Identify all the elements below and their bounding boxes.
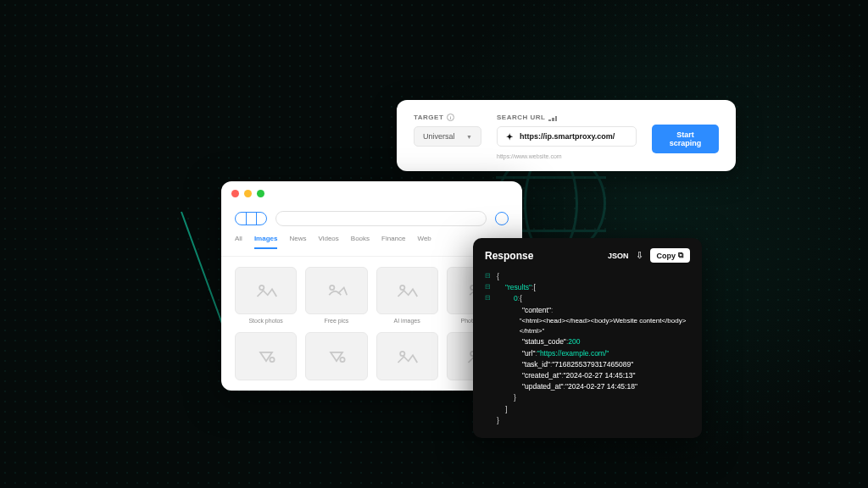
target-icon <box>506 132 515 141</box>
image-placeholder-icon <box>235 332 297 380</box>
search-engine-logo <box>235 212 267 225</box>
response-panel: Response JSON ⇩ Copy⧉ ⊟{ ⊟"results" : [ … <box>473 238 702 438</box>
tab-videos[interactable]: Videos <box>318 235 338 249</box>
tab-web[interactable]: Web <box>418 235 431 249</box>
card-label: Free pics <box>324 318 348 324</box>
svg-point-0 <box>259 286 264 290</box>
svg-point-2 <box>400 286 404 290</box>
image-placeholder-icon <box>376 267 438 314</box>
result-card[interactable]: Free pics <box>305 267 367 324</box>
copy-button[interactable]: Copy⧉ <box>650 248 691 263</box>
target-label: TARGET i <box>414 114 481 121</box>
tab-finance[interactable]: Finance <box>381 235 405 249</box>
svg-point-6 <box>400 351 404 355</box>
result-card[interactable]: AI images <box>376 267 438 324</box>
copy-icon: ⧉ <box>678 251 683 260</box>
image-placeholder-icon <box>305 267 367 314</box>
result-card[interactable]: Stock photos <box>235 267 297 324</box>
info-icon[interactable]: i <box>447 114 454 121</box>
scraper-config-panel: TARGET i Universal ▼ SEARCH URL https://… <box>397 100 736 171</box>
response-code: ⊟{ ⊟"results" : [ ⊟0 : { "content" : "<h… <box>485 271 690 426</box>
url-helper-text: https://www.website.com <box>497 153 637 159</box>
svg-point-1 <box>330 286 334 290</box>
tab-books[interactable]: Books <box>351 235 370 249</box>
url-input[interactable]: https://ip.smartproxy.com/ <box>497 126 637 147</box>
card-label: AI images <box>394 318 420 324</box>
result-card[interactable] <box>305 332 367 380</box>
search-button[interactable] <box>495 212 509 225</box>
card-label: Stock photos <box>248 318 282 324</box>
close-icon[interactable] <box>231 190 239 197</box>
response-title: Response <box>485 250 533 262</box>
start-scraping-button[interactable]: Start scraping <box>652 125 719 153</box>
format-label: JSON <box>608 252 629 260</box>
search-input[interactable] <box>275 211 487 226</box>
maximize-icon[interactable] <box>257 190 264 197</box>
minimize-icon[interactable] <box>244 190 252 197</box>
image-placeholder-icon <box>305 332 367 380</box>
url-label: SEARCH URL <box>497 114 637 121</box>
svg-point-4 <box>270 357 274 361</box>
result-card[interactable] <box>376 332 438 380</box>
image-placeholder-icon <box>235 267 297 314</box>
download-icon[interactable]: ⇩ <box>636 250 643 261</box>
tab-news[interactable]: News <box>289 235 306 249</box>
stats-icon <box>548 114 557 121</box>
target-select[interactable]: Universal ▼ <box>414 126 481 147</box>
tab-images[interactable]: Images <box>254 235 278 249</box>
image-placeholder-icon <box>376 332 438 380</box>
chevron-down-icon: ▼ <box>466 134 472 140</box>
svg-point-5 <box>340 357 344 361</box>
tab-all[interactable]: All <box>235 235 242 249</box>
result-card[interactable] <box>235 332 297 380</box>
window-controls <box>221 181 522 206</box>
